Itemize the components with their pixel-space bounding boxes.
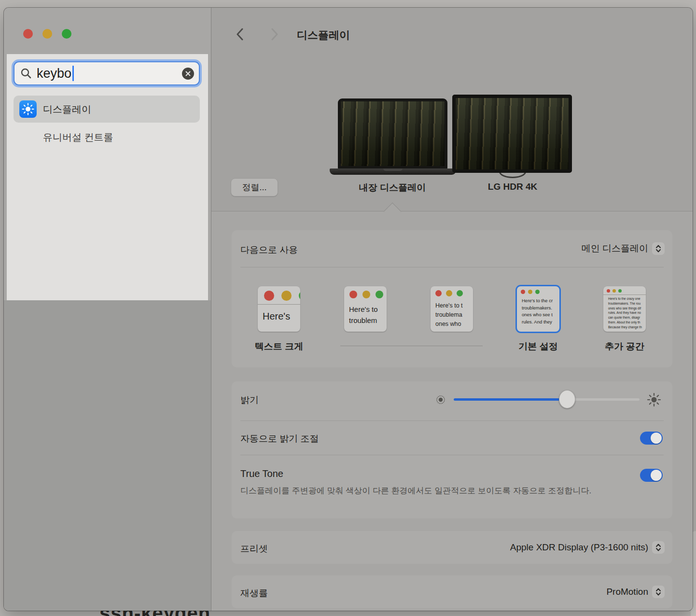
search-result-display[interactable]: 디스플레이 (14, 96, 200, 123)
scaling-label-divider (340, 346, 483, 346)
scaling-option-label: 텍스트 크게 (240, 340, 318, 353)
close-icon (185, 70, 191, 77)
brightness-slider[interactable] (454, 398, 640, 401)
brightness-slider-fill (454, 398, 567, 401)
popup-stepper-icon (652, 242, 665, 255)
toggle-knob (651, 433, 662, 444)
refresh-rate-popup[interactable]: ProMotion (606, 586, 665, 598)
row-divider (240, 455, 664, 455)
window-traffic-lights (344, 286, 387, 301)
built-in-display-label: 내장 디스플레이 (334, 182, 450, 194)
refresh-rate-value: ProMotion (606, 587, 648, 597)
sidebar: keybo (4, 8, 211, 611)
fullscreen-button[interactable] (62, 29, 71, 39)
window-traffic-lights (603, 286, 646, 295)
auto-brightness-toggle[interactable] (640, 432, 663, 445)
search-query-text: keybo (37, 66, 71, 81)
row-divider (240, 420, 664, 421)
use-as-value: 메인 디스플레이 (582, 242, 648, 255)
text-caret (72, 66, 74, 81)
search-results-panel: keybo (7, 54, 208, 300)
popup-stepper-icon (652, 586, 665, 598)
preview-text: Here's to the crazy onetroublemakers. Th… (603, 295, 646, 330)
display-brightness-icon (19, 100, 37, 118)
desktop: ssh-keygen s keybo (0, 0, 696, 616)
window-controls (23, 29, 71, 39)
main-panel: 디스플레이 내장 디스플레이 LG HDR 4K 정렬... 다음으로 사용 메… (211, 8, 693, 611)
refresh-rate-card: 재생률 ProMotion (232, 575, 672, 608)
preview-text: Here's to ttroublemaones who (431, 299, 473, 329)
display-settings-card: 다음으로 사용 메인 디스플레이 Here's텍스트 크게Here's totr… (232, 230, 672, 367)
wallpaper-preview (341, 101, 445, 166)
scaling-option-2[interactable]: Here's to ttroublemaones who (431, 286, 473, 332)
toggle-knob (651, 470, 662, 481)
scaling-option-1[interactable]: Here's totroublem (344, 286, 387, 332)
refresh-rate-label: 재생률 (240, 587, 268, 600)
scaling-option-4[interactable]: Here's to the crazy onetroublemakers. Th… (603, 286, 646, 332)
preview-text: Here's totroublem (344, 301, 387, 326)
brightness-high-icon (647, 392, 661, 409)
external-display-thumbnail[interactable] (452, 95, 572, 173)
forward-button[interactable] (267, 27, 282, 42)
page-title: 디스플레이 (297, 28, 350, 42)
search-result-label: 디스플레이 (43, 103, 91, 116)
use-as-label: 다음으로 사용 (240, 244, 298, 256)
scaling-option-label: 추가 공간 (586, 340, 663, 353)
section-divider (211, 211, 693, 211)
built-in-display-thumbnail[interactable] (338, 98, 447, 169)
search-input[interactable]: keybo (14, 61, 200, 85)
use-as-popup[interactable]: 메인 디스플레이 (582, 242, 665, 255)
auto-brightness-label: 자동으로 밝기 조절 (240, 433, 319, 445)
sidebar-background (4, 300, 211, 611)
search-result-universal-control[interactable]: 유니버설 컨트롤 (14, 126, 200, 148)
true-tone-description: 디스플레이를 주변광에 맞춰 색상이 다른 환경에서도 일관적으로 보이도록 자… (240, 484, 607, 498)
laptop-base (330, 168, 456, 175)
window-traffic-lights (517, 286, 559, 296)
minimize-button[interactable] (42, 29, 52, 39)
scaling-option-3[interactable]: Here's to the crtroublemakers.ones who s… (517, 286, 559, 332)
external-display-label: LG HDR 4K (455, 182, 571, 192)
scaling-option-0[interactable]: Here's (258, 286, 300, 332)
system-settings-window: keybo (4, 8, 693, 611)
window-traffic-lights (258, 286, 300, 305)
arrange-displays-button[interactable]: 정렬... (231, 178, 278, 196)
true-tone-label: True Tone (240, 468, 283, 479)
preview-text: Here's (258, 305, 300, 323)
close-button[interactable] (23, 29, 33, 39)
search-icon (20, 68, 32, 79)
wallpaper-preview (456, 98, 569, 169)
laptop-notch (383, 168, 403, 171)
search-result-label: 유니버설 컨트롤 (43, 131, 113, 144)
brightness-slider-knob[interactable] (559, 390, 575, 408)
chevron-right-icon (271, 28, 278, 41)
clear-search-button[interactable] (182, 68, 194, 80)
sidebar-divider (211, 8, 211, 611)
chevron-left-icon (236, 28, 244, 41)
preset-label: 프리셋 (240, 543, 268, 555)
popup-stepper-icon (652, 541, 665, 554)
back-button[interactable] (233, 27, 247, 42)
window-traffic-lights (431, 286, 473, 299)
brightness-low-icon (435, 394, 446, 407)
brightness-label: 밝기 (240, 394, 259, 406)
scaling-option-label: 기본 설정 (500, 340, 577, 353)
preset-popup[interactable]: Apple XDR Display (P3-1600 nits) (510, 541, 665, 554)
brightness-card: 밝기 (232, 381, 672, 518)
row-divider (240, 267, 664, 267)
preset-value: Apple XDR Display (P3-1600 nits) (510, 542, 648, 553)
true-tone-toggle[interactable] (640, 469, 663, 482)
preview-text: Here's to the crtroublemakers.ones who s… (517, 296, 559, 325)
preset-card: 프리셋 Apple XDR Display (P3-1600 nits) (232, 531, 672, 564)
